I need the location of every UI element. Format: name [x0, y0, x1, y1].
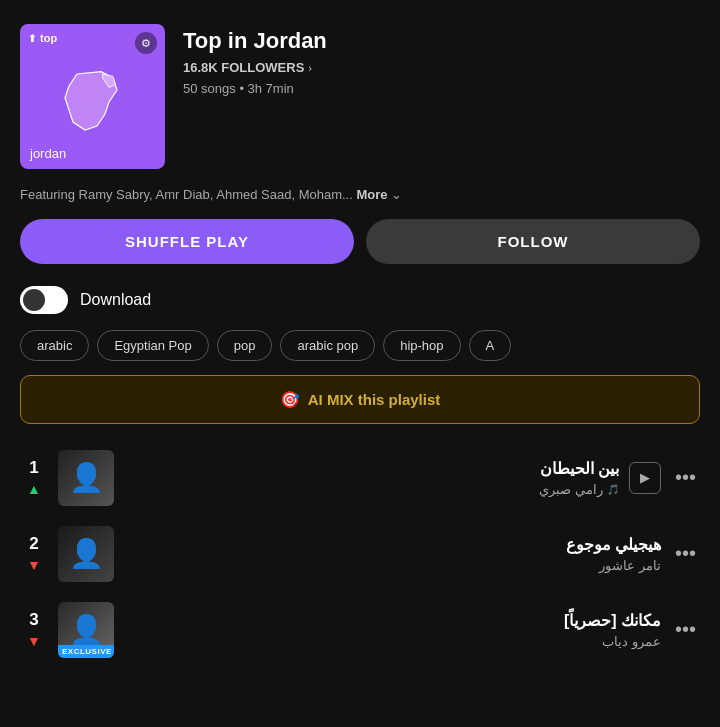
track-artist: تامر عاشور	[599, 558, 661, 573]
tag-arabic-pop[interactable]: arabic pop	[280, 330, 375, 361]
trend-up-icon: ▲	[27, 481, 41, 497]
tag-a[interactable]: A	[469, 330, 512, 361]
ai-mix-text: AI MIX this playlist	[308, 391, 441, 408]
video-icon[interactable]: ▶	[629, 462, 661, 494]
tag-arabic[interactable]: arabic	[20, 330, 89, 361]
more-options-icon[interactable]: •••	[671, 538, 700, 569]
track-actions: ▶ •••	[629, 462, 700, 494]
follow-button[interactable]: FOLLOW	[366, 219, 700, 264]
track-artist: عمرو دياب	[602, 634, 661, 649]
settings-icon[interactable]: ⚙	[135, 32, 157, 54]
track-info: بين الحيطان 🎵 رامي صبري	[124, 459, 619, 497]
track-actions: •••	[671, 538, 700, 569]
artist-photo: 👤	[58, 526, 114, 582]
trend-down-icon: ▼	[27, 633, 41, 649]
track-actions: •••	[671, 614, 700, 645]
track-number: 2	[29, 534, 38, 554]
track-thumbnail: 👤	[58, 526, 114, 582]
featuring-section: Featuring Ramy Sabry, Amr Diab, Ahmed Sa…	[0, 185, 720, 219]
explicit-icon: 🎵	[607, 484, 619, 495]
ai-mix-button[interactable]: 🎯 AI MIX this playlist	[20, 375, 700, 424]
tag-pop[interactable]: pop	[217, 330, 273, 361]
track-title: بين الحيطان	[124, 459, 619, 478]
followers-count: 16.8K FOLLOWERS	[183, 60, 304, 75]
track-thumbnail: 👤	[58, 450, 114, 506]
playlist-header: top ⚙ jordan Top in Jordan 16.8K FOLLOWE…	[0, 0, 720, 185]
track-title: مكانك [حصرياً]	[124, 611, 661, 630]
download-toggle[interactable]	[20, 286, 68, 314]
track-artist: رامي صبري	[539, 482, 603, 497]
playlist-title: Top in Jordan	[183, 28, 700, 54]
track-artist-row: تامر عاشور	[124, 558, 661, 573]
track-row[interactable]: 2 ▼ 👤 هيجيلي موجوع تامر عاشور •••	[10, 516, 710, 592]
track-list: 1 ▲ 👤 بين الحيطان 🎵 رامي صبري ▶ ••• 2 ▼ …	[0, 440, 720, 668]
jordan-label: jordan	[30, 146, 66, 161]
track-row[interactable]: 1 ▲ 👤 بين الحيطان 🎵 رامي صبري ▶ •••	[10, 440, 710, 516]
track-thumbnail: 👤 EXCLUSIVE	[58, 602, 114, 658]
featuring-text: Featuring Ramy Sabry, Amr Diab, Ahmed Sa…	[20, 187, 353, 202]
ai-mix-icon: 🎯	[280, 390, 300, 409]
more-link[interactable]: More	[356, 187, 387, 202]
track-number: 1	[29, 458, 38, 478]
track-artist-row: 🎵 رامي صبري	[124, 482, 619, 497]
jordan-map-icon	[53, 62, 133, 142]
chevron-down-icon: ⌄	[391, 187, 402, 202]
playlist-artwork: top ⚙ jordan	[20, 24, 165, 169]
chevron-right-icon: ›	[308, 62, 312, 74]
track-number-col: 2 ▼	[20, 534, 48, 573]
playlist-info: Top in Jordan 16.8K FOLLOWERS › 50 songs…	[183, 24, 700, 96]
track-number-col: 3 ▼	[20, 610, 48, 649]
exclusive-badge: EXCLUSIVE	[58, 645, 114, 658]
more-options-icon[interactable]: •••	[671, 462, 700, 493]
track-number: 3	[29, 610, 38, 630]
songs-duration: 50 songs • 3h 7min	[183, 81, 700, 96]
more-options-icon[interactable]: •••	[671, 614, 700, 645]
tag-hip-hop[interactable]: hip-hop	[383, 330, 460, 361]
artist-photo: 👤	[58, 450, 114, 506]
download-row: Download	[0, 280, 720, 330]
track-row[interactable]: 3 ▼ 👤 EXCLUSIVE مكانك [حصرياً] عمرو دياب…	[10, 592, 710, 668]
shuffle-play-button[interactable]: SHUFFLE PLAY	[20, 219, 354, 264]
tags-row: arabic Egyptian Pop pop arabic pop hip-h…	[0, 330, 720, 375]
track-artist-row: عمرو دياب	[124, 634, 661, 649]
track-title: هيجيلي موجوع	[124, 535, 661, 554]
track-number-col: 1 ▲	[20, 458, 48, 497]
track-info: هيجيلي موجوع تامر عاشور	[124, 535, 661, 573]
followers-row[interactable]: 16.8K FOLLOWERS ›	[183, 60, 700, 75]
trend-down-icon: ▼	[27, 557, 41, 573]
track-info: مكانك [حصرياً] عمرو دياب	[124, 611, 661, 649]
action-buttons: SHUFFLE PLAY FOLLOW	[0, 219, 720, 280]
download-label: Download	[80, 291, 151, 309]
top-label: top	[28, 32, 57, 44]
tag-egyptian-pop[interactable]: Egyptian Pop	[97, 330, 208, 361]
